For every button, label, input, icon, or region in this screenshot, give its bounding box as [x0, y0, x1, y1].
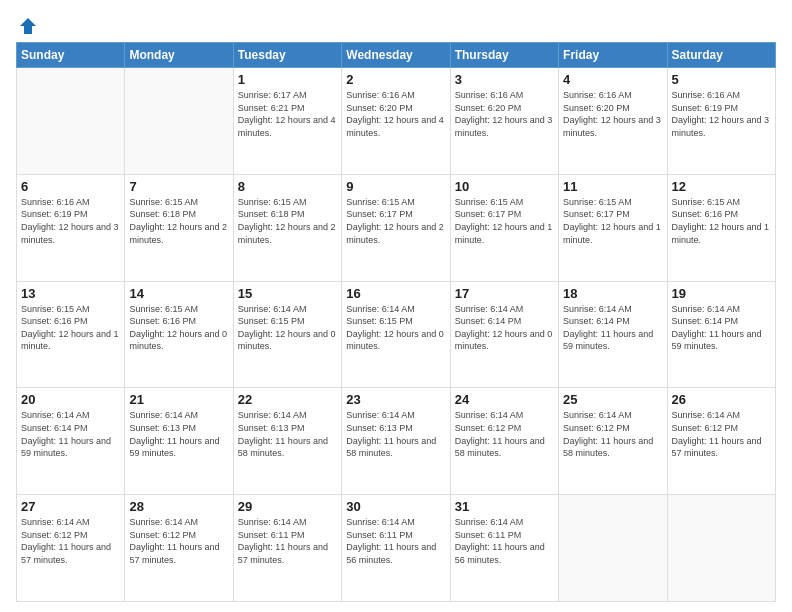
calendar-cell: 6Sunrise: 6:16 AMSunset: 6:19 PMDaylight…: [17, 174, 125, 281]
calendar-cell: 4Sunrise: 6:16 AMSunset: 6:20 PMDaylight…: [559, 68, 667, 175]
day-number: 2: [346, 72, 445, 87]
day-number: 6: [21, 179, 120, 194]
calendar-cell: 31Sunrise: 6:14 AMSunset: 6:11 PMDayligh…: [450, 495, 558, 602]
calendar-cell: 30Sunrise: 6:14 AMSunset: 6:11 PMDayligh…: [342, 495, 450, 602]
day-number: 14: [129, 286, 228, 301]
day-info: Sunrise: 6:16 AMSunset: 6:19 PMDaylight:…: [672, 89, 771, 139]
day-info: Sunrise: 6:14 AMSunset: 6:13 PMDaylight:…: [238, 409, 337, 459]
calendar-week-row: 27Sunrise: 6:14 AMSunset: 6:12 PMDayligh…: [17, 495, 776, 602]
day-info: Sunrise: 6:15 AMSunset: 6:16 PMDaylight:…: [129, 303, 228, 353]
day-info: Sunrise: 6:14 AMSunset: 6:14 PMDaylight:…: [21, 409, 120, 459]
day-info: Sunrise: 6:14 AMSunset: 6:11 PMDaylight:…: [238, 516, 337, 566]
svg-marker-0: [20, 18, 36, 34]
day-number: 25: [563, 392, 662, 407]
calendar-cell: 17Sunrise: 6:14 AMSunset: 6:14 PMDayligh…: [450, 281, 558, 388]
day-info: Sunrise: 6:16 AMSunset: 6:19 PMDaylight:…: [21, 196, 120, 246]
day-info: Sunrise: 6:14 AMSunset: 6:11 PMDaylight:…: [455, 516, 554, 566]
calendar-week-row: 20Sunrise: 6:14 AMSunset: 6:14 PMDayligh…: [17, 388, 776, 495]
day-info: Sunrise: 6:14 AMSunset: 6:12 PMDaylight:…: [672, 409, 771, 459]
day-number: 21: [129, 392, 228, 407]
day-number: 17: [455, 286, 554, 301]
weekday-header: Wednesday: [342, 43, 450, 68]
calendar-week-row: 6Sunrise: 6:16 AMSunset: 6:19 PMDaylight…: [17, 174, 776, 281]
day-info: Sunrise: 6:14 AMSunset: 6:11 PMDaylight:…: [346, 516, 445, 566]
day-number: 12: [672, 179, 771, 194]
calendar-cell: 1Sunrise: 6:17 AMSunset: 6:21 PMDaylight…: [233, 68, 341, 175]
weekday-header: Sunday: [17, 43, 125, 68]
day-number: 15: [238, 286, 337, 301]
header: [16, 12, 776, 36]
day-number: 23: [346, 392, 445, 407]
day-number: 11: [563, 179, 662, 194]
calendar-cell: 7Sunrise: 6:15 AMSunset: 6:18 PMDaylight…: [125, 174, 233, 281]
day-info: Sunrise: 6:14 AMSunset: 6:12 PMDaylight:…: [455, 409, 554, 459]
logo-icon: [18, 16, 38, 36]
calendar-cell: 5Sunrise: 6:16 AMSunset: 6:19 PMDaylight…: [667, 68, 775, 175]
day-number: 10: [455, 179, 554, 194]
day-number: 30: [346, 499, 445, 514]
day-info: Sunrise: 6:15 AMSunset: 6:18 PMDaylight:…: [129, 196, 228, 246]
calendar-cell: 26Sunrise: 6:14 AMSunset: 6:12 PMDayligh…: [667, 388, 775, 495]
day-number: 20: [21, 392, 120, 407]
calendar-cell: 12Sunrise: 6:15 AMSunset: 6:16 PMDayligh…: [667, 174, 775, 281]
day-info: Sunrise: 6:17 AMSunset: 6:21 PMDaylight:…: [238, 89, 337, 139]
day-number: 16: [346, 286, 445, 301]
day-info: Sunrise: 6:15 AMSunset: 6:17 PMDaylight:…: [563, 196, 662, 246]
calendar-cell: 25Sunrise: 6:14 AMSunset: 6:12 PMDayligh…: [559, 388, 667, 495]
weekday-header: Monday: [125, 43, 233, 68]
calendar-cell: 11Sunrise: 6:15 AMSunset: 6:17 PMDayligh…: [559, 174, 667, 281]
calendar-cell: 13Sunrise: 6:15 AMSunset: 6:16 PMDayligh…: [17, 281, 125, 388]
day-info: Sunrise: 6:14 AMSunset: 6:12 PMDaylight:…: [563, 409, 662, 459]
day-info: Sunrise: 6:14 AMSunset: 6:15 PMDaylight:…: [238, 303, 337, 353]
day-info: Sunrise: 6:14 AMSunset: 6:12 PMDaylight:…: [129, 516, 228, 566]
day-info: Sunrise: 6:14 AMSunset: 6:14 PMDaylight:…: [563, 303, 662, 353]
calendar-cell: 2Sunrise: 6:16 AMSunset: 6:20 PMDaylight…: [342, 68, 450, 175]
day-number: 19: [672, 286, 771, 301]
calendar-cell: [667, 495, 775, 602]
logo: [16, 16, 38, 36]
calendar-cell: 27Sunrise: 6:14 AMSunset: 6:12 PMDayligh…: [17, 495, 125, 602]
day-number: 3: [455, 72, 554, 87]
calendar-table: SundayMondayTuesdayWednesdayThursdayFrid…: [16, 42, 776, 602]
day-info: Sunrise: 6:15 AMSunset: 6:16 PMDaylight:…: [21, 303, 120, 353]
day-info: Sunrise: 6:15 AMSunset: 6:17 PMDaylight:…: [346, 196, 445, 246]
calendar-cell: 20Sunrise: 6:14 AMSunset: 6:14 PMDayligh…: [17, 388, 125, 495]
day-number: 31: [455, 499, 554, 514]
day-info: Sunrise: 6:14 AMSunset: 6:13 PMDaylight:…: [129, 409, 228, 459]
day-number: 22: [238, 392, 337, 407]
day-info: Sunrise: 6:16 AMSunset: 6:20 PMDaylight:…: [455, 89, 554, 139]
weekday-header: Thursday: [450, 43, 558, 68]
calendar-cell: 29Sunrise: 6:14 AMSunset: 6:11 PMDayligh…: [233, 495, 341, 602]
day-number: 27: [21, 499, 120, 514]
calendar-week-row: 13Sunrise: 6:15 AMSunset: 6:16 PMDayligh…: [17, 281, 776, 388]
calendar-cell: [559, 495, 667, 602]
day-number: 9: [346, 179, 445, 194]
day-number: 28: [129, 499, 228, 514]
day-info: Sunrise: 6:15 AMSunset: 6:16 PMDaylight:…: [672, 196, 771, 246]
calendar-cell: 9Sunrise: 6:15 AMSunset: 6:17 PMDaylight…: [342, 174, 450, 281]
calendar-header-row: SundayMondayTuesdayWednesdayThursdayFrid…: [17, 43, 776, 68]
day-info: Sunrise: 6:16 AMSunset: 6:20 PMDaylight:…: [563, 89, 662, 139]
day-info: Sunrise: 6:14 AMSunset: 6:12 PMDaylight:…: [21, 516, 120, 566]
weekday-header: Friday: [559, 43, 667, 68]
day-number: 18: [563, 286, 662, 301]
calendar-cell: 16Sunrise: 6:14 AMSunset: 6:15 PMDayligh…: [342, 281, 450, 388]
calendar-cell: 14Sunrise: 6:15 AMSunset: 6:16 PMDayligh…: [125, 281, 233, 388]
day-info: Sunrise: 6:14 AMSunset: 6:14 PMDaylight:…: [455, 303, 554, 353]
calendar-cell: 15Sunrise: 6:14 AMSunset: 6:15 PMDayligh…: [233, 281, 341, 388]
day-info: Sunrise: 6:14 AMSunset: 6:14 PMDaylight:…: [672, 303, 771, 353]
day-number: 24: [455, 392, 554, 407]
day-info: Sunrise: 6:14 AMSunset: 6:13 PMDaylight:…: [346, 409, 445, 459]
weekday-header: Saturday: [667, 43, 775, 68]
day-info: Sunrise: 6:15 AMSunset: 6:18 PMDaylight:…: [238, 196, 337, 246]
calendar-cell: 8Sunrise: 6:15 AMSunset: 6:18 PMDaylight…: [233, 174, 341, 281]
day-number: 13: [21, 286, 120, 301]
weekday-header: Tuesday: [233, 43, 341, 68]
day-number: 5: [672, 72, 771, 87]
calendar-cell: [125, 68, 233, 175]
calendar-cell: 28Sunrise: 6:14 AMSunset: 6:12 PMDayligh…: [125, 495, 233, 602]
day-number: 29: [238, 499, 337, 514]
page: SundayMondayTuesdayWednesdayThursdayFrid…: [0, 0, 792, 612]
day-number: 8: [238, 179, 337, 194]
day-number: 1: [238, 72, 337, 87]
